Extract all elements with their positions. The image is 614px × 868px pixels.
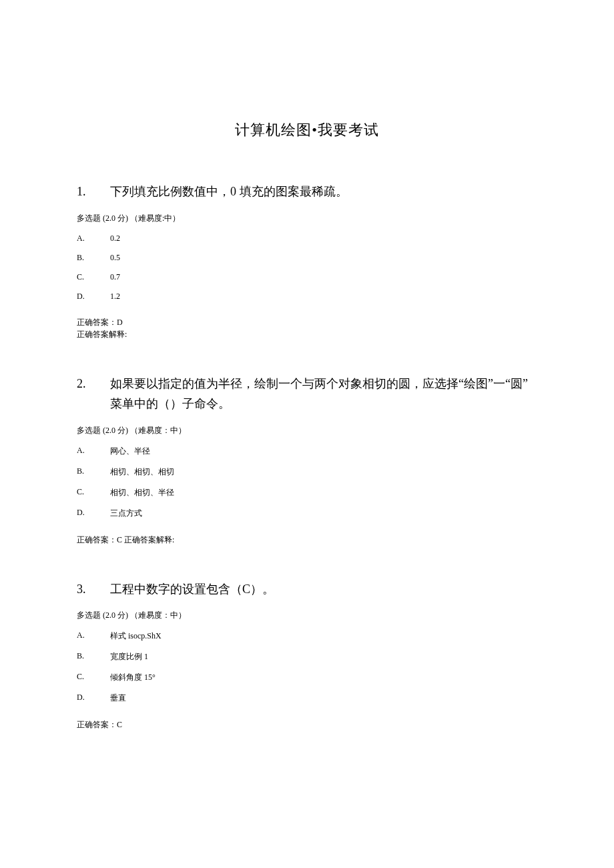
question-header: 2. 如果要以指定的值为半径，绘制一个与两个对象相切的圆，应选择“绘图”一“圆”… bbox=[77, 374, 537, 414]
question-header: 1. 下列填充比例数值中，0 填充的图案最稀疏。 bbox=[77, 181, 537, 202]
option-letter: A. bbox=[77, 630, 110, 642]
option-letter: C. bbox=[77, 272, 110, 282]
option-letter: C. bbox=[77, 672, 110, 683]
option-text: 0.5 bbox=[110, 253, 537, 263]
option-row: A. 网心、半径 bbox=[77, 446, 537, 457]
option-row: C. 相切、相切、半径 bbox=[77, 487, 537, 498]
question-block: 2. 如果要以指定的值为半径，绘制一个与两个对象相切的圆，应选择“绘图”一“圆”… bbox=[77, 374, 537, 546]
question-number: 3. bbox=[77, 579, 110, 600]
question-header: 3. 工程中数字的设置包含（C）。 bbox=[77, 579, 537, 600]
option-text: 相切、相切、相切 bbox=[110, 466, 537, 478]
answer-block: 正确答案：D 正确答案解释: bbox=[77, 316, 537, 340]
question-block: 3. 工程中数字的设置包含（C）。 多选题 (2.0 分) （难易度：中） A.… bbox=[77, 579, 537, 731]
option-row: A. 样式 isocp.ShX bbox=[77, 630, 537, 642]
option-letter: B. bbox=[77, 253, 110, 263]
option-row: D. 垂直 bbox=[77, 693, 537, 704]
question-meta: 多选题 (2.0 分) （难易度：中） bbox=[77, 610, 537, 621]
question-number: 2. bbox=[77, 374, 110, 414]
option-text: 倾斜角度 15° bbox=[110, 672, 537, 683]
option-letter: D. bbox=[77, 508, 110, 519]
option-letter: B. bbox=[77, 651, 110, 663]
option-letter: C. bbox=[77, 487, 110, 498]
option-row: C. 倾斜角度 15° bbox=[77, 672, 537, 683]
option-text: 相切、相切、半径 bbox=[110, 487, 537, 498]
question-text: 下列填充比例数值中，0 填充的图案最稀疏。 bbox=[110, 181, 537, 202]
option-text: 0.2 bbox=[110, 234, 537, 244]
option-row: B. 宽度比例 1 bbox=[77, 651, 537, 663]
option-row: A. 0.2 bbox=[77, 234, 537, 244]
question-text: 如果要以指定的值为半径，绘制一个与两个对象相切的圆，应选择“绘图”一“圆”菜单中… bbox=[110, 374, 537, 414]
option-letter: D. bbox=[77, 292, 110, 302]
option-letter: A. bbox=[77, 234, 110, 244]
option-text: 0.7 bbox=[110, 272, 537, 282]
question-number: 1. bbox=[77, 181, 110, 202]
option-letter: A. bbox=[77, 446, 110, 457]
option-text: 宽度比例 1 bbox=[110, 651, 537, 663]
option-text: 网心、半径 bbox=[110, 446, 537, 457]
question-meta: 多选题 (2.0 分) （难易度：中） bbox=[77, 425, 537, 436]
option-text: 1.2 bbox=[110, 292, 537, 302]
option-row: D. 1.2 bbox=[77, 292, 537, 302]
question-meta: 多选题 (2.0 分) （难易度:中） bbox=[77, 213, 537, 224]
option-row: B. 相切、相切、相切 bbox=[77, 466, 537, 478]
answer-explanation-label: 正确答案解释: bbox=[77, 328, 537, 340]
option-row: D. 三点方式 bbox=[77, 508, 537, 519]
answer-block: 正确答案：C 正确答案解释: bbox=[77, 534, 537, 546]
correct-answer: 正确答案：C 正确答案解释: bbox=[77, 534, 537, 546]
correct-answer: 正确答案：D bbox=[77, 316, 537, 328]
option-text: 样式 isocp.ShX bbox=[110, 630, 537, 642]
option-row: C. 0.7 bbox=[77, 272, 537, 282]
answer-block: 正确答案：C bbox=[77, 719, 537, 731]
question-block: 1. 下列填充比例数值中，0 填充的图案最稀疏。 多选题 (2.0 分) （难易… bbox=[77, 181, 537, 340]
page-title: 计算机绘图•我要考试 bbox=[77, 120, 537, 140]
option-text: 垂直 bbox=[110, 693, 537, 704]
option-letter: B. bbox=[77, 466, 110, 478]
correct-answer: 正确答案：C bbox=[77, 719, 537, 731]
question-text: 工程中数字的设置包含（C）。 bbox=[110, 579, 537, 600]
option-row: B. 0.5 bbox=[77, 253, 537, 263]
option-text: 三点方式 bbox=[110, 508, 537, 519]
option-letter: D. bbox=[77, 693, 110, 704]
